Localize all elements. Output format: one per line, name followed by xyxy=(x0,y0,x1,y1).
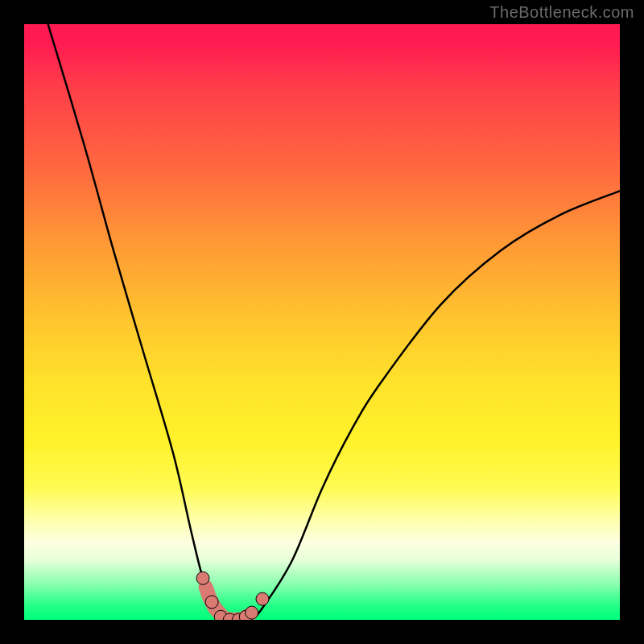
bottleneck-curve-path xyxy=(48,24,620,620)
curve-marker xyxy=(256,592,269,605)
plot-area xyxy=(24,24,620,620)
curve-marker xyxy=(246,606,258,619)
curve-marker xyxy=(196,572,209,584)
bottleneck-curve-svg xyxy=(24,24,620,620)
watermark-text: TheBottleneck.com xyxy=(489,3,634,22)
chart-frame: TheBottleneck.com xyxy=(0,0,644,644)
curve-marker xyxy=(205,596,218,609)
